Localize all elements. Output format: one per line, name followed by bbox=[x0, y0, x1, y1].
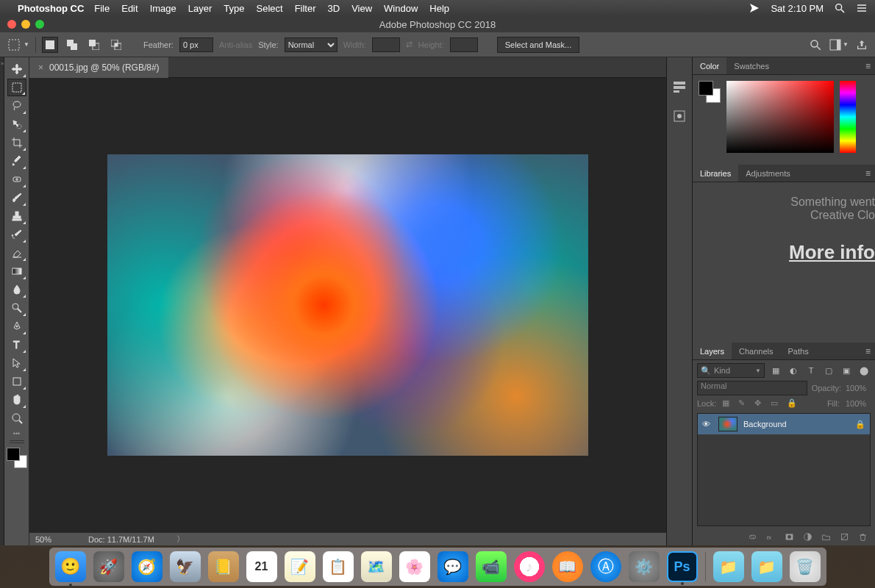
menu-type[interactable]: Type bbox=[224, 3, 244, 14]
filter-type-icon[interactable]: T bbox=[804, 364, 818, 377]
dock-messages[interactable]: 💬 bbox=[438, 551, 468, 582]
dock-photos[interactable]: 🌸 bbox=[399, 551, 430, 582]
menubar-clock[interactable]: Sat 2:10 PM bbox=[771, 3, 824, 14]
dock-mail[interactable]: 🦅 bbox=[170, 551, 201, 582]
layer-visibility-icon[interactable]: 👁 bbox=[702, 420, 712, 429]
menu-select[interactable]: Select bbox=[256, 3, 282, 14]
spotlight-alt-icon[interactable] bbox=[749, 2, 760, 14]
selection-intersect-button[interactable] bbox=[108, 37, 124, 53]
dock-sysprefs[interactable]: ⚙️ bbox=[629, 551, 660, 582]
lock-brush-icon[interactable]: ✎ bbox=[738, 398, 749, 409]
gradient-tool[interactable] bbox=[7, 262, 26, 280]
opacity-value[interactable]: 100% bbox=[846, 384, 871, 392]
crop-tool[interactable] bbox=[7, 134, 26, 151]
color-fg-bg[interactable] bbox=[699, 81, 721, 103]
share-icon[interactable] bbox=[856, 39, 868, 51]
dock-trash[interactable]: 🗑️ bbox=[790, 551, 821, 582]
eyedropper-tool[interactable] bbox=[7, 152, 26, 170]
history-panel-icon[interactable] bbox=[672, 79, 687, 94]
layer-item[interactable]: 👁 Background 🔒 bbox=[698, 414, 870, 434]
stamp-tool[interactable] bbox=[7, 207, 26, 225]
feather-input[interactable] bbox=[179, 37, 213, 52]
window-maximize-button[interactable] bbox=[35, 20, 44, 29]
workspace-switcher[interactable]: ▼ bbox=[829, 39, 849, 51]
lock-all-icon[interactable]: 🔒 bbox=[787, 398, 797, 409]
blend-mode-select[interactable]: Normal bbox=[697, 381, 807, 395]
window-close-button[interactable] bbox=[7, 20, 16, 29]
app-name[interactable]: Photoshop CC bbox=[18, 3, 84, 14]
left-edge-collapse[interactable]: » bbox=[0, 57, 4, 545]
filter-smart-icon[interactable]: ▣ bbox=[840, 364, 853, 377]
menu-help[interactable]: Help bbox=[429, 3, 449, 14]
dock-folder-2[interactable]: 📁 bbox=[751, 551, 782, 582]
menu-layer[interactable]: Layer bbox=[188, 3, 213, 14]
lock-pixels-icon[interactable]: ▦ bbox=[722, 398, 732, 409]
color-field[interactable] bbox=[726, 81, 834, 153]
libraries-more-link[interactable]: More info bbox=[693, 241, 875, 264]
dock-finder[interactable]: 🙂 bbox=[55, 551, 86, 582]
dock-safari[interactable]: 🧭 bbox=[132, 551, 162, 582]
zoom-tool[interactable] bbox=[7, 409, 26, 427]
healing-tool[interactable] bbox=[7, 171, 26, 188]
menu-image[interactable]: Image bbox=[150, 3, 176, 14]
doc-size[interactable]: Doc: 11.7M/11.7M bbox=[88, 535, 154, 544]
hue-slider[interactable] bbox=[840, 81, 856, 153]
marquee-tool[interactable] bbox=[7, 79, 26, 96]
close-tab-icon[interactable]: × bbox=[38, 62, 43, 73]
color-swatches[interactable] bbox=[7, 448, 27, 468]
canvas[interactable] bbox=[29, 78, 666, 532]
link-layers-icon[interactable] bbox=[748, 532, 757, 542]
dock-contacts[interactable]: 📒 bbox=[208, 551, 239, 582]
selection-new-button[interactable] bbox=[42, 37, 58, 53]
menu-window[interactable]: Window bbox=[384, 3, 418, 14]
dock-photoshop[interactable]: Ps bbox=[667, 551, 698, 582]
tab-adjustments[interactable]: Adjustments bbox=[738, 165, 798, 182]
tab-layers[interactable]: Layers bbox=[693, 343, 732, 359]
dock-notes[interactable]: 📝 bbox=[285, 551, 315, 582]
lock-position-icon[interactable]: ✥ bbox=[754, 398, 765, 409]
tab-libraries[interactable]: Libraries bbox=[693, 165, 738, 182]
menu-edit[interactable]: Edit bbox=[121, 3, 138, 14]
menu-file[interactable]: File bbox=[94, 3, 110, 14]
menu-icon[interactable] bbox=[856, 2, 868, 14]
dock-facetime[interactable]: 📹 bbox=[476, 551, 507, 582]
layer-fx-icon[interactable]: fx bbox=[766, 532, 776, 542]
tab-channels[interactable]: Channels bbox=[732, 343, 780, 359]
style-select[interactable]: Normal bbox=[285, 37, 338, 52]
dock-maps[interactable]: 🗺️ bbox=[361, 551, 392, 582]
dock-launchpad[interactable]: 🚀 bbox=[93, 551, 124, 582]
edit-toolbar-icon[interactable]: ••• bbox=[13, 430, 20, 437]
dodge-tool[interactable] bbox=[7, 299, 26, 317]
layer-filter-kind[interactable]: 🔍 Kind▼ bbox=[697, 363, 765, 378]
dock-ibooks[interactable]: 📖 bbox=[552, 551, 583, 582]
tab-swatches[interactable]: Swatches bbox=[726, 57, 776, 74]
layers-panel-menu-icon[interactable]: ≡ bbox=[865, 346, 871, 356]
new-layer-icon[interactable] bbox=[840, 532, 849, 542]
search-docs-icon[interactable] bbox=[809, 38, 822, 51]
shape-tool[interactable] bbox=[7, 373, 26, 390]
select-and-mask-button[interactable]: Select and Mask... bbox=[497, 37, 580, 53]
document-tab[interactable]: × 00015.jpg @ 50% (RGB/8#) bbox=[29, 57, 168, 78]
status-chevron-icon[interactable]: 〉 bbox=[176, 534, 185, 545]
delete-layer-icon[interactable] bbox=[858, 532, 868, 542]
libraries-panel-menu-icon[interactable]: ≡ bbox=[865, 168, 871, 179]
menu-filter[interactable]: Filter bbox=[295, 3, 316, 14]
layer-thumbnail[interactable] bbox=[718, 417, 738, 431]
lasso-tool[interactable] bbox=[7, 97, 26, 115]
tab-paths[interactable]: Paths bbox=[781, 343, 816, 359]
filter-shape-icon[interactable]: ▢ bbox=[822, 364, 835, 377]
lock-artboard-icon[interactable]: ▭ bbox=[771, 398, 781, 409]
window-minimize-button[interactable] bbox=[21, 20, 30, 29]
adjustment-layer-icon[interactable] bbox=[803, 532, 813, 542]
quick-select-tool[interactable] bbox=[7, 115, 26, 133]
menu-view[interactable]: View bbox=[351, 3, 372, 14]
dock-folder-1[interactable]: 📁 bbox=[713, 551, 744, 582]
menu-3d[interactable]: 3D bbox=[328, 3, 340, 14]
zoom-level[interactable]: 50% bbox=[35, 535, 66, 544]
properties-panel-icon[interactable] bbox=[672, 109, 687, 123]
layer-lock-icon[interactable]: 🔒 bbox=[855, 420, 865, 429]
history-brush-tool[interactable] bbox=[7, 226, 26, 243]
move-tool[interactable] bbox=[7, 60, 26, 78]
filter-pixel-icon[interactable]: ▦ bbox=[769, 364, 782, 377]
layer-mask-icon[interactable] bbox=[785, 532, 794, 542]
